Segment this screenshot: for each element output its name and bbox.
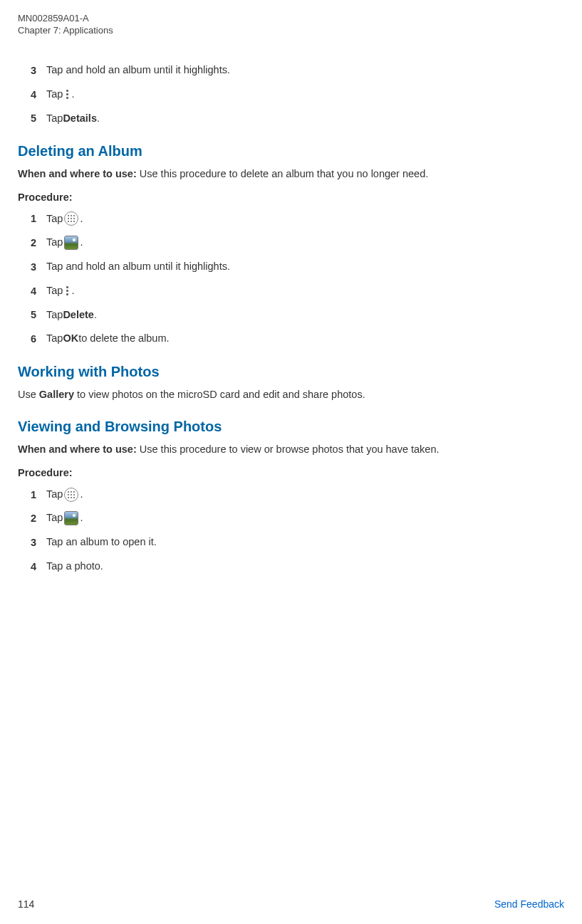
text-tap: Tap (46, 331, 63, 347)
step-5-intro: 5 Tap Details . (31, 111, 564, 127)
step-number: 1 (31, 213, 46, 224)
text-tap: Tap (46, 487, 63, 503)
text-period: . (80, 211, 83, 227)
step-number: 4 (31, 561, 46, 572)
text-period: . (97, 111, 100, 127)
text-tap: Tap (46, 87, 63, 103)
view-step-1: 1 Tap . (31, 487, 564, 503)
step-number: 5 (31, 309, 46, 320)
step-number: 2 (31, 237, 46, 248)
step-text: Tap . (46, 87, 74, 103)
text-period: . (71, 283, 74, 299)
view-step-3: 3 Tap an album to open it. (31, 535, 564, 550)
step-number: 2 (31, 513, 46, 524)
text-tap: Tap (46, 235, 63, 251)
usage-paragraph: When and where to use: Use this procedur… (18, 167, 564, 181)
page-footer: 114 Send Feedback (18, 898, 564, 910)
delete-step-3: 3 Tap and hold an album until it highlig… (31, 259, 564, 275)
text-bold: Gallery (39, 389, 74, 400)
step-number: 3 (31, 261, 46, 273)
text-period: . (94, 308, 97, 323)
text-period: . (80, 235, 83, 251)
page-content: 3 Tap and hold an album until it highlig… (18, 63, 564, 574)
step-text: Tap . (46, 211, 83, 227)
heading-working-photos: Working with Photos (18, 364, 564, 380)
gallery-icon (64, 511, 78, 525)
working-paragraph: Use Gallery to view photos on the microS… (18, 387, 564, 401)
delete-step-1: 1 Tap . (31, 211, 564, 227)
text-tap: Tap (46, 111, 63, 127)
usage-label: When and where to use: (18, 168, 140, 179)
step-number: 4 (31, 285, 46, 297)
step-4-intro: 4 Tap . (31, 87, 564, 103)
step-text: Tap Delete . (46, 308, 97, 323)
page-header: MN002859A01-A Chapter 7: Applications (18, 13, 564, 36)
usage-label: When and where to use: (18, 443, 140, 455)
apps-icon (64, 211, 78, 226)
gallery-icon (64, 236, 78, 250)
text-bold: Delete (63, 308, 94, 323)
delete-step-4: 4 Tap . (31, 283, 564, 299)
delete-step-2: 2 Tap . (31, 235, 564, 251)
overflow-menu-icon (64, 285, 70, 298)
step-3-intro: 3 Tap and hold an album until it highlig… (31, 63, 564, 78)
procedure-label: Procedure: (18, 467, 564, 478)
text-pre: Use (18, 389, 39, 400)
view-step-4: 4 Tap a photo. (31, 559, 564, 574)
overflow-menu-icon (64, 88, 70, 101)
heading-viewing-photos: Viewing and Browsing Photos (18, 419, 564, 435)
step-text: Tap and hold an album until it highlight… (46, 259, 230, 275)
text-rest: to delete the album. (78, 331, 169, 347)
text-tap: Tap (46, 211, 63, 227)
text-post: to view photos on the microSD card and e… (74, 389, 365, 400)
step-number: 4 (31, 89, 46, 100)
text-tap: Tap (46, 283, 63, 299)
step-number: 3 (31, 65, 46, 76)
step-text: Tap a photo. (46, 559, 103, 574)
step-text: Tap Details . (46, 111, 100, 127)
text-bold: OK (63, 331, 78, 347)
chapter-title: Chapter 7: Applications (18, 25, 564, 36)
text-period: . (71, 87, 74, 103)
usage-paragraph: When and where to use: Use this procedur… (18, 442, 564, 456)
delete-step-5: 5 Tap Delete . (31, 308, 564, 323)
heading-deleting-album: Deleting an Album (18, 143, 564, 159)
step-number: 5 (31, 112, 46, 124)
step-text: Tap . (46, 235, 83, 251)
step-text: Tap OK to delete the album. (46, 331, 170, 347)
usage-text: Use this procedure to delete an album th… (140, 168, 428, 179)
step-number: 1 (31, 489, 46, 500)
step-text: Tap . (46, 510, 83, 526)
apps-icon (64, 488, 78, 502)
send-feedback-link[interactable]: Send Feedback (494, 898, 564, 910)
text-tap: Tap (46, 510, 63, 526)
step-text: Tap . (46, 283, 74, 299)
procedure-label: Procedure: (18, 191, 564, 203)
step-text: Tap . (46, 487, 83, 503)
delete-step-6: 6 Tap OK to delete the album. (31, 331, 564, 347)
step-text: Tap an album to open it. (46, 535, 157, 550)
text-tap: Tap (46, 308, 63, 323)
text-period: . (80, 510, 83, 526)
step-number: 3 (31, 537, 46, 548)
text-period: . (80, 487, 83, 503)
view-step-2: 2 Tap . (31, 510, 564, 526)
page-number: 114 (18, 898, 34, 910)
doc-id: MN002859A01-A (18, 13, 564, 23)
text-bold: Details (63, 111, 97, 127)
step-text: Tap and hold an album until it highlight… (46, 63, 230, 78)
step-number: 6 (31, 333, 46, 345)
usage-text: Use this procedure to view or browse pho… (140, 443, 440, 455)
